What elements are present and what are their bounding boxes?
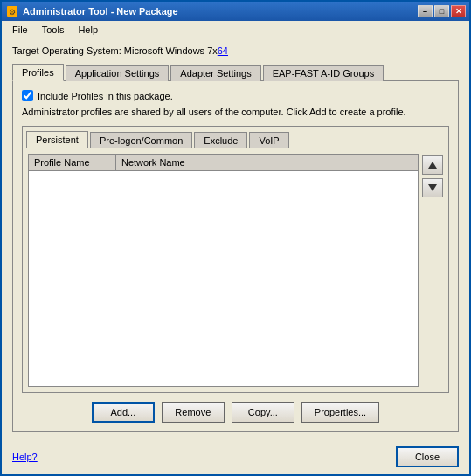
updown-buttons bbox=[422, 154, 443, 387]
target-os-label: Target Operating System: Microsoft Windo… bbox=[12, 45, 218, 56]
bottom-buttons: Add... Remove Copy... Properties... bbox=[22, 402, 449, 423]
close-button[interactable]: Close bbox=[396, 446, 459, 467]
window-icon: ⚙ bbox=[5, 4, 19, 18]
main-content: Target Operating System: Microsoft Windo… bbox=[2, 38, 469, 439]
move-down-button[interactable] bbox=[422, 178, 443, 197]
profile-table: Profile Name Network Name bbox=[28, 154, 419, 387]
table-header: Profile Name Network Name bbox=[29, 155, 418, 171]
target-os-row: Target Operating System: Microsoft Windo… bbox=[12, 45, 459, 56]
include-profiles-row: Include Profiles in this package. bbox=[22, 90, 449, 101]
profiles-tab-content: Include Profiles in this package. Admini… bbox=[12, 80, 459, 432]
menu-bar: File Tools Help bbox=[2, 21, 469, 38]
inner-tab-bar: Persistent Pre-logon/Common Exclude VoIP bbox=[23, 127, 448, 148]
tab-profiles[interactable]: Profiles bbox=[12, 64, 64, 81]
remove-button[interactable]: Remove bbox=[162, 402, 225, 423]
inner-tab-prelogon[interactable]: Pre-logon/Common bbox=[90, 132, 192, 148]
title-bar-buttons: – □ ✕ bbox=[418, 5, 466, 17]
table-body[interactable] bbox=[29, 171, 418, 386]
svg-marker-2 bbox=[428, 162, 437, 169]
info-text: Administrator profiles are shared by all… bbox=[22, 107, 449, 117]
window-close-button[interactable]: ✕ bbox=[451, 5, 466, 17]
menu-tools[interactable]: Tools bbox=[35, 23, 72, 37]
maximize-button[interactable]: □ bbox=[434, 5, 449, 17]
inner-tab-voip[interactable]: VoIP bbox=[249, 132, 288, 148]
col-network-name: Network Name bbox=[116, 155, 418, 170]
main-tab-bar: Profiles Application Settings Adapter Se… bbox=[12, 63, 459, 80]
col-profile-name: Profile Name bbox=[29, 155, 116, 170]
copy-button[interactable]: Copy... bbox=[232, 402, 294, 423]
inner-tab-persistent[interactable]: Persistent bbox=[26, 131, 88, 148]
menu-help[interactable]: Help bbox=[71, 23, 105, 37]
window-title: Administrator Tool - New Package bbox=[23, 6, 418, 17]
move-up-button[interactable] bbox=[422, 155, 443, 175]
menu-file[interactable]: File bbox=[5, 23, 35, 37]
target-os-link[interactable]: 64 bbox=[218, 45, 228, 56]
add-button[interactable]: Add... bbox=[92, 402, 155, 423]
main-window: ⚙ Administrator Tool - New Package – □ ✕… bbox=[0, 0, 471, 476]
inner-tab-content: Profile Name Network Name bbox=[23, 148, 448, 392]
svg-marker-3 bbox=[428, 184, 437, 191]
tab-eap-fast[interactable]: EAP-FAST A-ID Groups bbox=[263, 65, 384, 81]
minimize-button[interactable]: – bbox=[418, 5, 433, 17]
inner-tab-exclude[interactable]: Exclude bbox=[194, 132, 247, 148]
tab-application-settings[interactable]: Application Settings bbox=[66, 65, 170, 81]
title-bar: ⚙ Administrator Tool - New Package – □ ✕ bbox=[2, 2, 469, 21]
footer: Help? Close bbox=[2, 439, 469, 474]
help-link[interactable]: Help? bbox=[12, 452, 38, 462]
include-profiles-label: Include Profiles in this package. bbox=[38, 91, 173, 101]
properties-button[interactable]: Properties... bbox=[301, 402, 379, 423]
tab-container: Profiles Application Settings Adapter Se… bbox=[12, 63, 459, 432]
include-profiles-checkbox[interactable] bbox=[22, 90, 33, 101]
svg-text:⚙: ⚙ bbox=[9, 8, 16, 17]
tab-adapter-settings[interactable]: Adapter Settings bbox=[170, 65, 260, 81]
inner-tab-panel: Persistent Pre-logon/Common Exclude VoIP… bbox=[22, 126, 449, 393]
